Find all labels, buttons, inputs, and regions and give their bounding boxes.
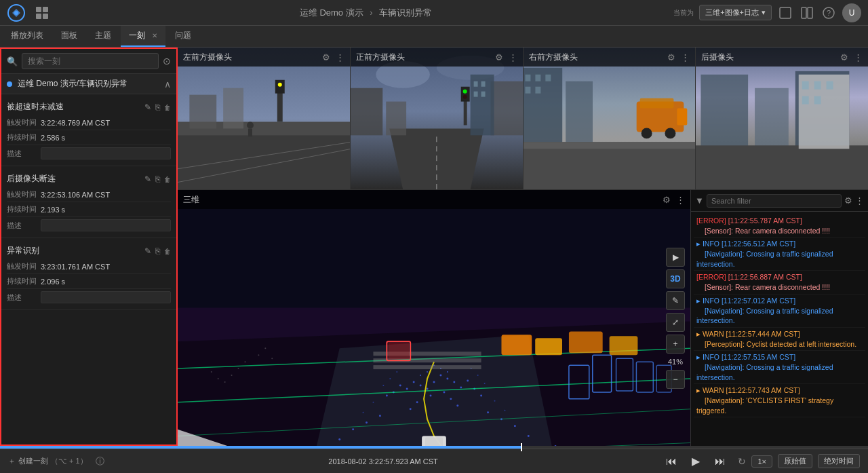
tab-theme[interactable]: 主题 [87, 26, 119, 47]
desc-field-3: 描述 [7, 289, 171, 305]
zoom-in-button[interactable]: + [666, 335, 685, 354]
bottom-help-icon[interactable]: ⓘ [96, 455, 104, 468]
camera-settings-icon-r[interactable]: ⚙ [840, 52, 848, 62]
camera-more-icon-r[interactable]: ⋮ [854, 52, 863, 62]
prev-button[interactable]: ⏮ [662, 452, 681, 471]
trigger-label-3: 触发时间 [7, 261, 41, 271]
svg-point-78 [443, 391, 445, 393]
layout-single-icon[interactable] [777, 5, 793, 21]
desc-input-3[interactable] [41, 291, 171, 303]
desc-label-3: 描述 [7, 292, 41, 303]
camera-settings-icon-lf[interactable]: ⚙ [322, 52, 330, 62]
layout-icon[interactable] [33, 3, 52, 22]
edit-icon-3[interactable] [144, 246, 151, 256]
svg-point-34 [462, 95, 467, 99]
share-icon-2[interactable] [155, 174, 160, 184]
progress-bar[interactable] [0, 446, 868, 449]
duration-label-3: 持续时间 [7, 276, 41, 286]
speed-button[interactable]: 1× [751, 455, 772, 468]
svg-rect-52 [545, 75, 551, 81]
delete-icon-3[interactable] [164, 246, 171, 256]
camera-more-icon-f[interactable]: ⋮ [509, 52, 517, 62]
log-level-5: ▸ INFO [696, 353, 719, 361]
delete-icon-1[interactable] [164, 102, 171, 112]
playback-controls: ⏮ ▶ ⏭ [662, 452, 730, 471]
log-timestamp-1: [11:22:56.512 AM CST] [722, 240, 795, 248]
log-search-input[interactable] [707, 194, 842, 208]
svg-rect-30 [386, 102, 406, 136]
svg-rect-43 [524, 142, 696, 189]
collapse-icon[interactable]: ∧ [164, 79, 171, 90]
camera-settings-icon-rf[interactable]: ⚙ [667, 52, 675, 62]
layout-split-icon[interactable] [799, 5, 815, 21]
tab-panel[interactable]: 面板 [53, 26, 85, 47]
moment-item-3: 异常识别 触发时间 3:23:01.761 AM CST 持续时间 2.096 [1, 238, 176, 310]
svg-point-33 [462, 90, 467, 94]
next-button[interactable]: ⏭ [711, 452, 730, 471]
trigger-field-1: 触发时间 3:22:48.769 AM CST [7, 115, 171, 130]
play-3d-button[interactable]: ▶ [666, 248, 685, 267]
moment-item-2: 后摄像头断连 触发时间 3:22:53.106 AM CST 持续时间 2.19 [1, 166, 176, 238]
time-type-button[interactable]: 绝对时间 [818, 454, 860, 468]
3d-mode-button[interactable]: 3D [666, 269, 685, 288]
view-3d-header: 三维 ⚙ ⋮ [178, 190, 690, 209]
log-timestamp-2: [11:22:56.887 AM CST] [728, 273, 802, 281]
user-avatar[interactable]: U [842, 3, 861, 22]
log-settings-icon[interactable]: ⚙ [844, 195, 852, 206]
share-icon-3[interactable] [155, 246, 160, 256]
svg-text:?: ? [827, 9, 831, 17]
tab-issue[interactable]: 问题 [167, 26, 199, 47]
duration-field-1: 持续时间 2.586 s [7, 130, 171, 145]
svg-point-92 [487, 411, 489, 413]
view-mode-button[interactable]: 三维+图像+日志 ▾ [699, 5, 772, 20]
refresh-icon[interactable]: ↻ [738, 456, 746, 467]
help-icon[interactable]: ? [821, 5, 837, 21]
moment-title-row-2: 后摄像头断连 [1, 170, 176, 187]
log-filter-icon[interactable]: ▼ [695, 195, 704, 206]
svg-point-116 [372, 402, 374, 403]
edit-3d-button[interactable]: ✎ [666, 291, 685, 310]
svg-point-99 [427, 371, 428, 373]
svg-rect-49 [677, 109, 687, 126]
fullscreen-3d-button[interactable]: ⤢ [666, 313, 685, 332]
desc-input-1[interactable] [41, 147, 171, 159]
value-type-button[interactable]: 原始值 [778, 454, 812, 468]
tab-moment[interactable]: 一刻 ✕ [121, 26, 165, 47]
share-icon-1[interactable] [155, 102, 160, 112]
app-logo[interactable] [7, 3, 26, 22]
svg-rect-61 [802, 81, 809, 90]
view-3d-more-icon[interactable]: ⋮ [676, 195, 685, 205]
camera-more-icon-rf[interactable]: ⋮ [681, 52, 690, 62]
camera-more-icon-lf[interactable]: ⋮ [336, 52, 344, 62]
svg-point-21 [247, 121, 254, 128]
top-bar-right: 当前为 三维+图像+日志 ▾ ? U [673, 3, 861, 22]
log-timestamp-0: [11:22:55.787 AM CST] [728, 216, 802, 225]
svg-point-112 [389, 378, 391, 379]
bottom-timestamp: 2018-08-02 3:22:57.923 AM CST [113, 457, 654, 466]
create-moment-button[interactable]: ＋ 创建一刻 （⌥ + 1） [8, 456, 87, 466]
svg-point-117 [494, 400, 496, 402]
camera-settings-icon-f[interactable]: ⚙ [495, 52, 503, 62]
play-pause-button[interactable]: ▶ [686, 452, 705, 471]
view-3d-controls: ⚙ ⋮ [663, 195, 685, 205]
edit-icon-2[interactable] [144, 174, 151, 184]
duration-value-3: 2.096 s [41, 278, 171, 286]
svg-point-150 [211, 371, 212, 373]
help-circle-icon[interactable]: ⊙ [163, 56, 171, 67]
tab-moment-close[interactable]: ✕ [152, 32, 157, 39]
svg-rect-32 [460, 87, 469, 102]
log-panel: ▼ ⚙ ⋮ [ERROR] [11:22:55.787 AM CST] [Sen… [690, 190, 868, 446]
zoom-out-button[interactable]: − [666, 370, 685, 389]
view-3d-settings-icon[interactable]: ⚙ [663, 195, 671, 205]
desc-input-2[interactable] [41, 219, 171, 231]
delete-icon-2[interactable] [164, 174, 171, 184]
log-level-1: ▸ INFO [696, 240, 719, 248]
svg-rect-62 [814, 81, 821, 90]
sidebar-group-header[interactable]: 运维 Demo 演示/车辆识别异常 ∧ [1, 74, 176, 94]
svg-point-76 [453, 381, 455, 383]
log-more-icon[interactable]: ⋮ [855, 195, 864, 206]
title-main: 运维 Demo 演示 [300, 7, 363, 18]
edit-icon-1[interactable] [144, 102, 151, 112]
tab-playlist[interactable]: 播放列表 [3, 26, 52, 47]
search-input[interactable] [22, 53, 159, 69]
